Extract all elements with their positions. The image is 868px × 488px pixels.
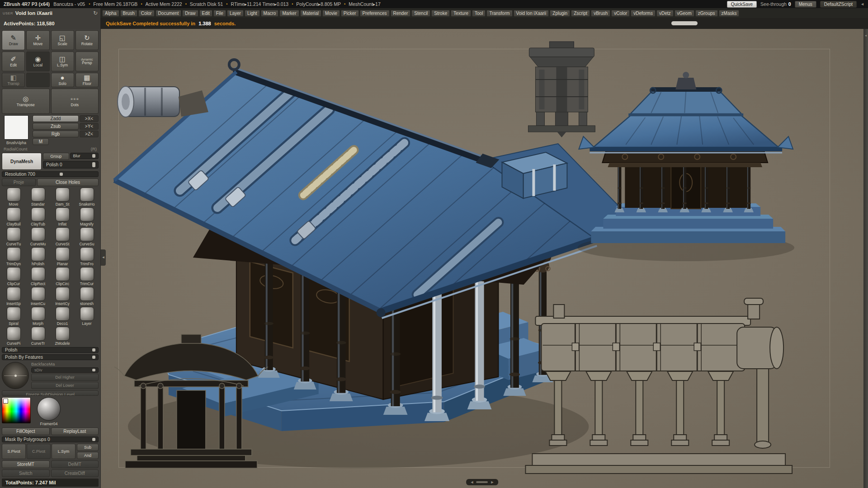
brush-claytub[interactable]: ClayTub <box>26 207 50 226</box>
menu-item-stroke[interactable]: Stroke <box>431 10 450 17</box>
mode-button-scale[interactable]: ◱Scale <box>51 30 74 50</box>
bool-sub[interactable]: Sub <box>77 444 99 451</box>
view-button-solo[interactable]: ●Solo <box>51 73 74 87</box>
menu-item-marker[interactable]: Marker <box>279 10 299 17</box>
polish-slider[interactable]: Polish <box>2 347 99 353</box>
scroll-handle[interactable] <box>476 481 488 483</box>
color-picker[interactable] <box>2 397 31 423</box>
pivot-c-pivot[interactable]: C.Pivot <box>27 444 51 459</box>
menu-item-preferences[interactable]: Preferences <box>360 10 390 17</box>
delmt-button[interactable]: DelMT <box>51 460 99 468</box>
menu-item-picker[interactable]: Picker <box>341 10 359 17</box>
edit-button-local[interactable]: ◉Local <box>26 52 49 71</box>
edit-button-persp[interactable]: dynamicPersp <box>75 52 99 71</box>
axis-y[interactable]: >Y< <box>80 123 99 130</box>
blur-slider[interactable]: Blur <box>70 153 99 159</box>
view-button-floor[interactable]: ▦Floor <box>75 73 99 87</box>
brush-trimfro[interactable]: TrimFro <box>75 247 99 266</box>
replaylast-button[interactable]: ReplayLast <box>51 427 99 435</box>
blend-zadd[interactable]: Zadd <box>33 115 79 122</box>
menu-item-stencil[interactable]: Stencil <box>411 10 430 17</box>
brush-trimdyn[interactable]: TrimDyn <box>2 247 25 266</box>
transpose-button[interactable]: ◎ Transpose <box>2 89 50 114</box>
menu-item-void-ion-ixaarii[interactable]: Void Ion iXaarii <box>514 10 549 17</box>
menu-item-vbrush[interactable]: vBrush <box>591 10 610 17</box>
dynamesh-button[interactable]: DynaMesh <box>2 153 42 170</box>
mode-button-rotate[interactable]: ↻Rotate <box>75 30 99 50</box>
brush-curvest[interactable]: CurveSt <box>51 227 74 246</box>
menu-item-zmasks[interactable]: zMasks <box>719 10 740 17</box>
brush-magnify[interactable]: Magnify <box>75 207 99 226</box>
menu-item-vdetz[interactable]: vDetz <box>656 10 674 17</box>
brush-cliprect[interactable]: ClipRect <box>26 267 50 286</box>
menu-item-texture[interactable]: Texture <box>451 10 471 17</box>
mode-button-move[interactable]: ✛Move <box>26 30 49 50</box>
storemt-button[interactable]: StoreMT <box>2 460 50 468</box>
pivot-s-pivot[interactable]: S.Pivot <box>2 444 26 459</box>
menu-item-zscript[interactable]: Zscript <box>571 10 590 17</box>
del-lower-button[interactable]: Del Lower <box>31 382 99 389</box>
edit-button-edit[interactable]: ✐Edit <box>2 52 25 71</box>
viewport-canvas[interactable]: ◄ ◄ ► <box>100 29 863 488</box>
seethrough-control[interactable]: See-through0 <box>760 1 791 7</box>
menu-item-vcolor[interactable]: vColor <box>611 10 630 17</box>
menu-item-file[interactable]: File <box>213 10 226 17</box>
axis-z[interactable]: >Z< <box>80 131 99 137</box>
blend-zsub[interactable]: Zsub <box>33 123 79 130</box>
brush-snakeho[interactable]: SnakeHo <box>75 188 99 206</box>
axis-x[interactable]: >X< <box>80 115 99 122</box>
reference-model-side[interactable] <box>525 298 792 474</box>
secondary-sculpt-temple[interactable] <box>577 72 794 261</box>
menu-item-tool[interactable]: Tool <box>472 10 486 17</box>
menu-item-light[interactable]: Light <box>245 10 260 17</box>
top-scrollbar[interactable] <box>671 21 698 25</box>
brush-curvemu[interactable]: CurveMu <box>26 227 50 246</box>
panel-toggle-icon[interactable]: ◄ <box>860 2 864 6</box>
dots-stroke-button[interactable]: ◦◦◦ Dots <box>51 89 99 114</box>
view-button-blank[interactable] <box>26 73 49 87</box>
brush-stonesh[interactable]: stonesh <box>75 287 99 306</box>
brush-move[interactable]: Move <box>2 188 25 206</box>
reference-model-front[interactable] <box>528 42 595 137</box>
refresh-icon[interactable]: ↻ <box>93 10 98 16</box>
menu-item-vdeforms[interactable]: vDeforms <box>631 10 656 17</box>
menu-item-vgeom[interactable]: vGeom <box>675 10 694 17</box>
polish-by-features-slider[interactable]: Polish By Features <box>2 354 99 360</box>
menu-item-movie[interactable]: Movie <box>322 10 340 17</box>
brush-claybuil[interactable]: ClayBuil <box>2 207 25 226</box>
menu-item-transform[interactable]: Transform <box>486 10 512 17</box>
bool-and[interactable]: And <box>77 452 99 459</box>
polish-mini-slider[interactable]: Polish 0 <box>43 161 99 169</box>
mode-button-draw[interactable]: ✎Draw <box>2 30 25 50</box>
brush-curvesu[interactable]: CurveSu <box>75 227 99 246</box>
brush-clipcirc[interactable]: ClipCirc <box>51 267 74 286</box>
del-higher-button[interactable]: Del Higher <box>31 374 99 381</box>
menu-item-color[interactable]: Color <box>138 10 155 17</box>
brush-clipcur[interactable]: ClipCur <box>2 267 25 286</box>
brush-standar[interactable]: Standar <box>26 188 50 206</box>
brush-inflat[interactable]: Inflat <box>51 207 74 226</box>
view-button-transp[interactable]: ◧Transp <box>2 73 25 87</box>
fillobject-button[interactable]: FillObject <box>2 427 50 435</box>
brush-curvepi[interactable]: CurvePi <box>2 327 25 346</box>
freeze-subdivision-button[interactable]: Freeze SubDivision Level <box>2 390 99 396</box>
mrgb-button[interactable]: M <box>33 138 49 145</box>
brush-planar[interactable]: Planar <box>51 247 74 266</box>
menu-item-macro[interactable]: Macro <box>261 10 279 17</box>
quicksave-button[interactable]: QuickSave <box>727 1 757 8</box>
brush-curvetu[interactable]: CurveTu <box>2 227 25 246</box>
left-tray-divider[interactable]: ◄ <box>101 249 106 266</box>
sdiv-slider[interactable]: sDiv <box>31 367 99 373</box>
menu-item-document[interactable]: Document <box>156 10 182 17</box>
right-tray-divider[interactable]: ◂ <box>863 29 868 488</box>
project-button[interactable]: Proje <box>2 178 36 186</box>
edit-button-l-sym[interactable]: ◫L.Sym <box>51 52 74 71</box>
menu-item-edit[interactable]: Edit <box>199 10 212 17</box>
brush-trimcur[interactable]: TrimCur <box>75 267 99 286</box>
defaultzscript-button[interactable]: DefaultZScript <box>820 1 857 8</box>
brush-deco1[interactable]: Deco1 <box>51 307 74 326</box>
resolution-slider[interactable]: Resolution 700 <box>2 171 99 177</box>
brush-morph[interactable]: Morph <box>26 307 50 326</box>
brush-alpha-thumb[interactable] <box>4 115 28 140</box>
bottom-scrollbar[interactable]: ◄ ► <box>466 479 499 485</box>
